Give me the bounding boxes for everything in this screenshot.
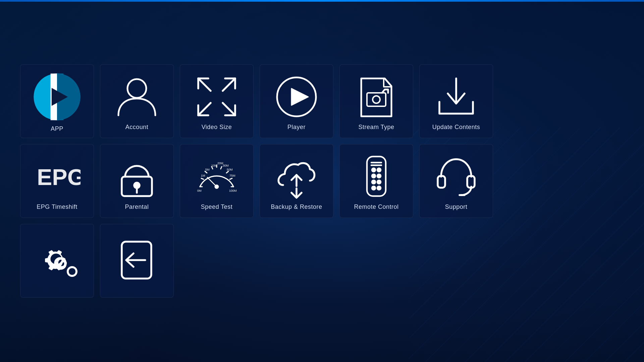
svg-text:75M: 75M [229, 174, 235, 177]
update-contents-icon [433, 73, 480, 120]
stream-type-icon [353, 73, 400, 120]
svg-marker-13 [291, 88, 308, 105]
svg-line-27 [226, 171, 228, 173]
player-icon [273, 73, 320, 120]
tile-logout[interactable] [100, 224, 174, 298]
svg-text:5M: 5M [205, 168, 210, 171]
app-label: APP [51, 125, 63, 132]
epg-timeshift-label: EPG Timeshift [37, 203, 77, 210]
svg-point-45 [377, 168, 381, 172]
svg-text:50M: 50M [227, 168, 233, 171]
top-accent-bar [0, 0, 644, 2]
svg-rect-14 [367, 93, 386, 106]
svg-line-11 [223, 103, 235, 115]
svg-text:10M: 10M [211, 164, 217, 167]
parental-icon [113, 153, 160, 200]
tile-account[interactable]: Account [100, 64, 174, 138]
support-label: Support [445, 203, 468, 210]
settings-grid: APP Account Video Size [20, 64, 493, 298]
account-icon [113, 73, 160, 120]
backup-restore-icon [273, 153, 320, 200]
video-size-label: Video Size [202, 124, 232, 131]
svg-text:30M: 30M [223, 164, 229, 167]
tile-video-size[interactable]: Video Size [180, 64, 254, 138]
support-icon [433, 153, 480, 200]
tile-epg-timeshift[interactable]: EPG EPG Timeshift [20, 144, 94, 218]
svg-text:1M: 1M [201, 174, 205, 177]
svg-line-22 [201, 178, 204, 179]
video-size-icon [193, 73, 240, 120]
remote-control-label: Remote Control [354, 203, 398, 210]
account-label: Account [125, 124, 149, 131]
svg-line-23 [205, 171, 207, 173]
logout-icon [113, 237, 160, 284]
tile-backup-restore[interactable]: Backup & Restore [260, 144, 333, 218]
tile-update-contents[interactable]: Update Contents [419, 64, 493, 138]
tile-settings[interactable] [20, 224, 94, 298]
svg-point-44 [372, 168, 375, 172]
remote-control-icon [353, 153, 400, 200]
svg-line-26 [221, 167, 222, 169]
tile-stream-type[interactable]: Stream Type [339, 64, 413, 138]
svg-point-51 [377, 186, 381, 190]
svg-text:100M: 100M [229, 189, 237, 192]
tile-speed-test[interactable]: 0M 1M 5M 10M 20M 30M 50M 75M 100M Speed … [180, 144, 254, 218]
svg-point-46 [372, 174, 375, 178]
svg-line-9 [223, 78, 235, 91]
tile-parental[interactable]: Parental [100, 144, 174, 218]
svg-text:EPG: EPG [37, 164, 80, 190]
tile-player[interactable]: Player [260, 64, 333, 138]
stream-type-label: Stream Type [358, 124, 394, 131]
svg-point-15 [373, 96, 380, 103]
svg-line-10 [198, 103, 211, 115]
settings-icon [34, 237, 80, 284]
epg-icon: EPG [34, 153, 80, 200]
tile-app[interactable]: APP [20, 64, 94, 138]
svg-point-7 [127, 79, 146, 98]
app-icon [32, 72, 82, 122]
svg-text:0M: 0M [197, 189, 202, 192]
svg-line-8 [198, 78, 211, 91]
svg-text:20M: 20M [217, 162, 223, 165]
svg-point-49 [377, 180, 381, 184]
player-label: Player [287, 124, 306, 131]
update-contents-label: Update Contents [432, 124, 480, 131]
svg-line-28 [230, 178, 232, 179]
backup-restore-label: Backup & Restore [271, 203, 322, 210]
parental-label: Parental [125, 203, 149, 210]
tile-support[interactable]: Support [419, 144, 493, 218]
svg-point-48 [372, 180, 375, 184]
svg-point-40 [215, 185, 218, 188]
tile-remote-control[interactable]: Remote Control [339, 144, 413, 218]
svg-point-50 [372, 186, 375, 190]
svg-rect-54 [438, 176, 445, 188]
speed-test-icon: 0M 1M 5M 10M 20M 30M 50M 75M 100M [193, 153, 240, 200]
speed-test-label: Speed Test [201, 203, 233, 210]
svg-point-47 [377, 174, 381, 178]
